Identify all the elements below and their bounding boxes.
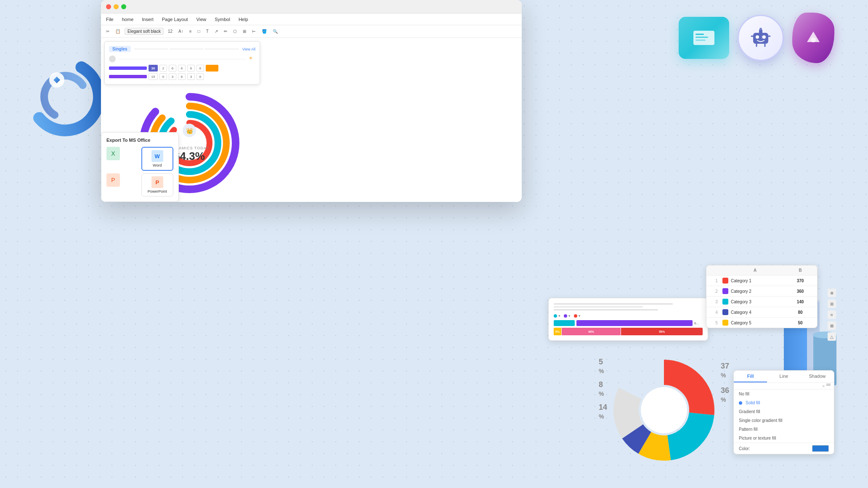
- export-panel: Export To MS Office X W Word P P PowerPo…: [101, 132, 179, 202]
- export-excel-icon[interactable]: X: [106, 147, 120, 160]
- svg-point-1: [23, 55, 107, 139]
- window-titlebar: [101, 0, 522, 13]
- table-row: 4 Category 4 80: [706, 307, 817, 318]
- toolbar-font-select[interactable]: Elegant soft black: [125, 28, 164, 35]
- menu-file[interactable]: File: [106, 17, 114, 22]
- table-row: 2 Category 2 360: [706, 286, 817, 297]
- toolbar-font-size: 12: [166, 28, 174, 34]
- fill-panel: Fill Line Shadow » No fill Solid fill Gr…: [733, 370, 834, 454]
- app-window: File home Insert Page Layout View Symbol…: [101, 0, 522, 202]
- pie-numbers: 5% 8% 14%: [599, 358, 607, 421]
- data-table: A B 1 Category 1 370 2 Category 2 360 3 …: [706, 265, 818, 328]
- fill-tab-fill[interactable]: Fill: [734, 371, 767, 382]
- svg-text:👑: 👑: [186, 127, 194, 135]
- toolbar-arrow[interactable]: ↗: [213, 28, 220, 34]
- deco-ring-icon: [23, 55, 107, 141]
- table-row: 5 Category 5 50: [706, 318, 817, 328]
- fill-option-solid[interactable]: Solid fill: [734, 398, 834, 407]
- export-ppt-icon[interactable]: P: [106, 173, 120, 187]
- pie-numbers-right: 37% 36%: [721, 362, 729, 404]
- export-ppt-label: PowerPoint: [148, 189, 167, 194]
- dt-col-a: A: [722, 268, 788, 273]
- fill-option-pattern[interactable]: Pattern fill: [734, 425, 834, 434]
- fill-option-gradient[interactable]: Gradient fill: [734, 407, 834, 416]
- dt-row-cat: Category 1: [731, 278, 751, 283]
- window-close-btn[interactable]: [106, 4, 111, 9]
- menu-view[interactable]: View: [196, 17, 207, 22]
- svg-point-12: [759, 28, 762, 30]
- fill-tabs: Fill Line Shadow: [734, 371, 834, 383]
- pie-chart: [611, 358, 717, 463]
- svg-point-15: [811, 37, 816, 42]
- export-ppt-box[interactable]: P PowerPoint: [141, 173, 174, 196]
- toolbar-shapes2[interactable]: ⬡: [231, 28, 239, 34]
- table-row: 3 Category 3 140: [706, 297, 817, 307]
- svg-text:<: <: [756, 35, 758, 40]
- fill-option-texture[interactable]: Picture or texture fill: [734, 434, 834, 443]
- export-title: Export To MS Office: [106, 138, 173, 143]
- window-min-btn[interactable]: [114, 4, 119, 9]
- fill-panel-icons: ⊕ ⊞ ≡ ⊠ △: [828, 289, 836, 341]
- toolbar-table[interactable]: ⊞: [241, 28, 248, 34]
- toolbar-shape[interactable]: □: [196, 28, 202, 34]
- menu-symbol[interactable]: Symbol: [215, 17, 230, 22]
- menu-help[interactable]: Help: [239, 17, 248, 22]
- menu-home[interactable]: home: [122, 17, 134, 22]
- export-word-box[interactable]: W Word: [141, 147, 174, 171]
- menu-page-layout[interactable]: Page Layout: [162, 17, 188, 22]
- fill-tab-line[interactable]: Line: [767, 371, 800, 382]
- toolbar-misc[interactable]: ⊢: [250, 28, 257, 34]
- toolbar-align[interactable]: ≡: [188, 28, 194, 34]
- dt-row-num: 1: [711, 278, 722, 283]
- canvas-area[interactable]: Singles View All ☀ 30: [101, 38, 522, 202]
- window-menubar: File home Insert Page Layout View Symbol…: [101, 13, 522, 25]
- dt-col-b: B: [788, 268, 813, 273]
- fill-tab-shadow[interactable]: Shadow: [801, 371, 834, 382]
- toolbar-text[interactable]: T: [204, 28, 210, 34]
- toolbar-bold[interactable]: A↑: [177, 28, 185, 34]
- bar-chart-panel: ● ● ● 6... 5% 40% 55%: [548, 298, 708, 341]
- fill-option-nofill[interactable]: No fill: [734, 390, 834, 398]
- svg-rect-6: [695, 37, 708, 38]
- window-max-btn[interactable]: [121, 4, 126, 9]
- svg-rect-7: [695, 40, 706, 41]
- fill-color-swatch[interactable]: [812, 445, 829, 452]
- view-all-link[interactable]: View All: [242, 47, 255, 51]
- toolbar-pen[interactable]: ✏: [222, 28, 229, 34]
- window-toolbar: ✂ 📋 Elegant soft black 12 A↑ ≡ □ T ↗ ✏ ⬡…: [101, 25, 522, 38]
- window-body: Singles View All ☀ 30: [101, 38, 522, 202]
- fill-color-row: Color:: [734, 443, 834, 454]
- table-row: 1 Category 1 370: [706, 276, 817, 286]
- svg-text:>: >: [762, 35, 764, 40]
- toolbar-fill[interactable]: 🪣: [260, 28, 268, 34]
- svg-rect-5: [695, 34, 704, 35]
- dt-row-val: 370: [788, 278, 813, 283]
- export-word-label: Word: [153, 163, 162, 167]
- menu-insert[interactable]: Insert: [142, 17, 154, 22]
- toolbar-paste[interactable]: 📋: [114, 28, 122, 34]
- fill-option-single-color[interactable]: Single color gradient fill: [734, 416, 834, 425]
- toolbar-cut[interactable]: ✂: [104, 28, 111, 34]
- singles-tab[interactable]: Singles: [109, 46, 131, 52]
- singles-panel: Singles View All ☀ 30: [104, 41, 260, 85]
- svg-point-35: [641, 387, 687, 433]
- toolbar-search[interactable]: 🔍: [271, 28, 279, 34]
- deco-right-icons: < >: [679, 13, 834, 63]
